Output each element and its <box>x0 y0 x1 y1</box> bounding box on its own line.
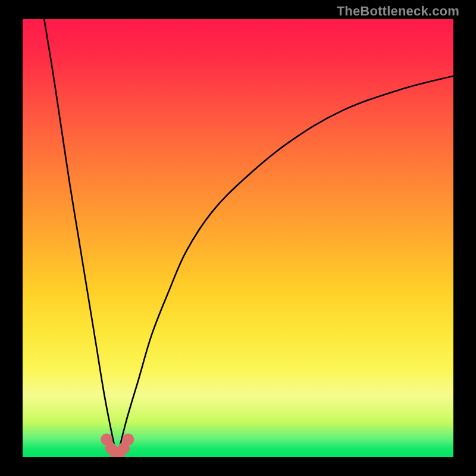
series-left-branch <box>44 19 117 457</box>
marker-layer <box>101 434 134 457</box>
series-right-branch <box>117 76 453 457</box>
chart-svg <box>23 19 453 457</box>
curve-layer <box>44 19 453 457</box>
highlight-dot <box>122 434 134 446</box>
gradient-plot-area <box>23 19 453 457</box>
watermark-text: TheBottleneck.com <box>337 4 459 19</box>
